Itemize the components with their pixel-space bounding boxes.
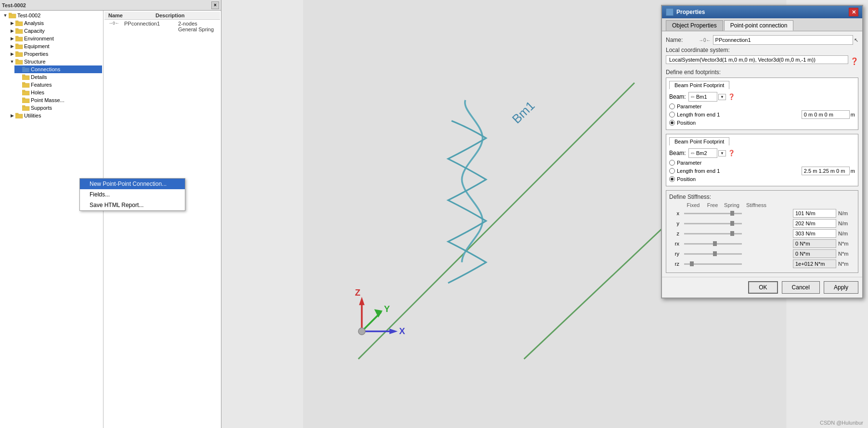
stiffness-row-x: x N/m — [669, 209, 855, 218]
tree-node-environment[interactable]: ▶ Environment — [8, 35, 102, 42]
footprint1-length-unit: m — [851, 112, 855, 117]
tree-node-equipment[interactable]: ▶ Equipment — [8, 42, 102, 50]
footprint2-position-radio[interactable] — [669, 176, 675, 182]
name-input[interactable] — [713, 35, 853, 45]
holes-text: Holes — [31, 90, 44, 95]
environment-toggle[interactable]: ▶ — [9, 35, 15, 42]
stiffness-input-y[interactable] — [793, 219, 836, 228]
tree-node-connections[interactable]: ▶ Connections — [14, 65, 102, 73]
footprint2-beam-value: Bm2 — [696, 150, 707, 156]
tree-node-holes[interactable]: ▶ Holes — [14, 89, 102, 96]
footprint1-parameter-radio[interactable] — [669, 104, 675, 109]
footprint2-length-input[interactable] — [802, 167, 850, 175]
footprint1-dropdown-arrow[interactable]: ▼ — [718, 94, 726, 100]
stiffness-row-rz: rz N*m — [669, 259, 855, 268]
footprints-label: Define end footprints: — [666, 69, 858, 76]
tree-node-capacity[interactable]: ▶ Capacity — [8, 27, 102, 35]
details-text: Details — [31, 74, 47, 80]
features-label-row[interactable]: ▶ Features — [14, 81, 102, 89]
stiffness-input-rz[interactable] — [793, 259, 836, 268]
tree-node-pointmasses[interactable]: ▶ Point Masse... — [14, 96, 102, 104]
stiffness-unit-rx: N*m — [838, 241, 855, 246]
stiffness-row-z: z N/m — [669, 229, 855, 238]
apply-button[interactable]: Apply — [824, 281, 858, 294]
footprint2-tab-bar: Beam Point Footprint — [669, 137, 855, 145]
tree-node-utilities[interactable]: ▶ Utilities — [8, 112, 102, 119]
tab-pp-connection[interactable]: Point-point connection — [724, 20, 794, 31]
stiffness-unit-y: N/m — [838, 220, 855, 226]
tree-node-utilities-label[interactable]: ▶ Utilities — [8, 112, 102, 119]
svg-rect-26 — [15, 114, 23, 118]
analysis-toggle[interactable]: ▶ — [9, 20, 15, 26]
utilities-folder-icon — [15, 113, 23, 118]
panel-header: Test-0002 × — [0, 0, 221, 11]
tree-node-properties-label[interactable]: ▶ Properties — [8, 50, 102, 58]
stiffness-unit-x: N/m — [838, 210, 855, 216]
svg-rect-21 — [22, 90, 25, 91]
utilities-toggle[interactable]: ▶ — [9, 112, 15, 119]
footprint2-parameter-radio[interactable] — [669, 160, 675, 166]
equipment-toggle[interactable]: ▶ — [9, 43, 15, 50]
environment-label: Environment — [24, 36, 54, 41]
footprint1-tab[interactable]: Beam Point Footprint — [669, 81, 729, 89]
tree-node-features[interactable]: ▶ Features — [14, 81, 102, 89]
tree-node-structure[interactable]: ▼ Structure — [8, 58, 102, 112]
footprint1-beam-input[interactable]: ✏ Bm1 — [688, 92, 717, 102]
context-menu-fields[interactable]: Fields... — [80, 189, 185, 200]
holes-label-row[interactable]: ▶ Holes — [14, 89, 102, 96]
svg-rect-22 — [22, 99, 29, 103]
pointmasses-label-row[interactable]: ▶ Point Masse... — [14, 96, 102, 104]
svg-rect-18 — [22, 83, 29, 88]
properties-folder-icon — [15, 51, 23, 57]
stiffness-input-z[interactable] — [793, 229, 836, 238]
details-label[interactable]: ▶ Details — [14, 73, 102, 81]
tree-root-node[interactable]: ▼ Test-0002 ▶ — [1, 12, 102, 119]
footprint2-length-radio[interactable] — [669, 168, 675, 174]
tree-node-structure-label[interactable]: ▼ Structure — [8, 58, 102, 65]
help-icon-footprint2[interactable]: ❓ — [728, 150, 735, 156]
footprint1-length-input[interactable] — [802, 110, 850, 119]
dialog-close-button[interactable]: ✕ — [849, 8, 858, 16]
tree-root-label[interactable]: ▼ Test-0002 — [1, 12, 102, 19]
properties-toggle[interactable]: ▶ — [9, 51, 15, 57]
context-menu-save-html[interactable]: Save HTML Report... — [80, 200, 185, 210]
detail-row-0[interactable]: →0← PPconnection1 2-nodes General Spring — [104, 20, 220, 33]
tree-node-capacity-label[interactable]: ▶ Capacity — [8, 27, 102, 35]
footprint1-position-radio[interactable] — [669, 120, 675, 126]
tree-root-toggle[interactable]: ▼ — [2, 12, 9, 19]
help-icon-footprint1[interactable]: ❓ — [728, 93, 735, 100]
help-icon-coord[interactable]: ❓ — [850, 57, 858, 65]
context-menu-new-pp[interactable]: New Point-Point Connection... — [80, 179, 185, 189]
structure-toggle[interactable]: ▼ — [9, 58, 15, 65]
footprint2-tab[interactable]: Beam Point Footprint — [669, 137, 729, 145]
stiffness-input-ry[interactable] — [793, 249, 836, 258]
footprint1-beam-row: Beam: ✏ Bm1 ▼ ❓ — [669, 92, 855, 102]
stiffness-input-x[interactable] — [793, 209, 836, 218]
ok-button[interactable]: OK — [748, 281, 777, 294]
tree-node-properties[interactable]: ▶ Properties — [8, 50, 102, 58]
stiffness-unit-rz: N*m — [838, 261, 855, 267]
svg-rect-3 — [15, 21, 18, 22]
svg-rect-7 — [15, 36, 18, 38]
panel-close-button[interactable]: × — [211, 1, 219, 9]
footprint2-parameter-label: Parameter — [677, 160, 855, 166]
features-text: Features — [31, 82, 52, 88]
footprint2-beam-input[interactable]: ✏ Bm2 — [688, 148, 717, 158]
footprint2-dropdown-arrow[interactable]: ▼ — [718, 150, 726, 156]
tree-node-analysis-label[interactable]: ▶ Analysis — [8, 19, 102, 27]
tree-node-equipment-label[interactable]: ▶ Equipment — [8, 42, 102, 50]
tree-node-analysis[interactable]: ▶ Analysis — [8, 19, 102, 27]
connections-label[interactable]: ▶ Connections — [14, 65, 102, 73]
tree-node-supports[interactable]: ▶ Supports — [14, 104, 102, 112]
footprint1-length-radio[interactable] — [669, 112, 675, 117]
details-folder-icon — [22, 74, 30, 80]
cancel-button[interactable]: Cancel — [782, 281, 820, 294]
stiffness-input-rx[interactable] — [793, 239, 836, 248]
tab-object-properties[interactable]: Object Properties — [666, 20, 723, 31]
capacity-toggle[interactable]: ▶ — [9, 27, 15, 34]
svg-rect-6 — [15, 37, 23, 41]
tree-node-details[interactable]: ▶ Details — [14, 73, 102, 81]
svg-text:Y: Y — [384, 304, 390, 314]
supports-label-row[interactable]: ▶ Supports — [14, 104, 102, 112]
tree-node-environment-label[interactable]: ▶ Environment — [8, 35, 102, 42]
